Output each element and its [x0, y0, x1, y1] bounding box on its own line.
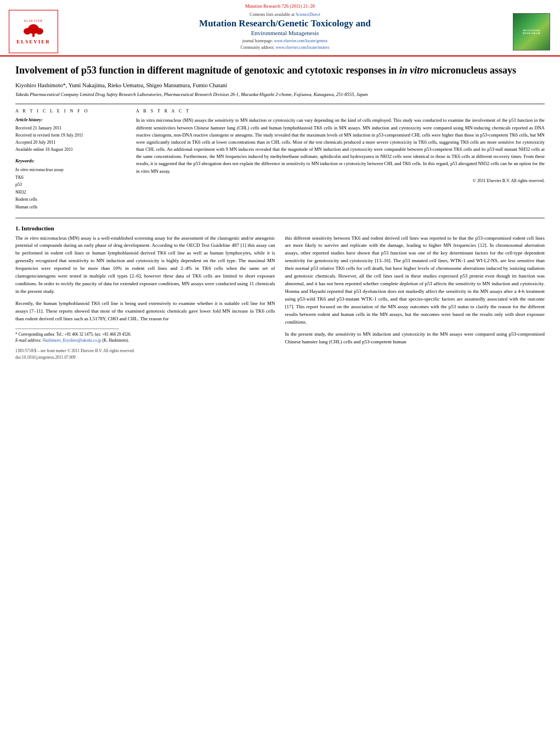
- journal-title-block: Contents lists available at ScienceDirec…: [64, 10, 506, 53]
- keyword-6: Human cells: [15, 203, 125, 211]
- abstract-column: A B S T R A C T In in vitro micronucleus…: [136, 109, 545, 211]
- abstract-heading: A B S T R A C T: [136, 109, 545, 114]
- journal-main-title: Mutation Research/Genetic Toxicology and: [64, 18, 506, 29]
- keywords-block: Keywords: In vitro micronucleus assay TK…: [15, 157, 125, 211]
- section1-number: 1.: [15, 225, 20, 231]
- main-content: Involvement of p53 function in different…: [0, 56, 560, 366]
- doi-line: doi:10.1016/j.mrgentox.2011.07.009: [15, 354, 275, 361]
- keyword-2: TK6: [15, 174, 125, 182]
- footnote-divider: [15, 329, 119, 329]
- contents-text: Contents lists available at: [250, 12, 295, 17]
- footnote-block: * Corresponding author. Tel.: +81 466 32…: [15, 331, 275, 344]
- section1-label: Introduction: [21, 225, 54, 231]
- journal-subtitle: Environmental Mutagenesis: [64, 30, 506, 36]
- contents-line: Contents lists available at ScienceDirec…: [64, 12, 506, 17]
- journal-header: ELSEVIER ELSEVIER Contents lists availab…: [0, 10, 560, 53]
- article-info-column: A R T I C L E I N F O Article history: R…: [15, 109, 125, 211]
- affiliation: Takeda Pharmaceutical Company Limited Dr…: [15, 92, 545, 98]
- intro-para1: The in vitro micronucleus (MN) assay is …: [15, 235, 275, 295]
- keywords-label: Keywords:: [15, 157, 125, 165]
- received-date: Received 21 January 2011: [15, 125, 125, 132]
- body-col-right-para1: this different sensitivity between TK6 a…: [285, 235, 545, 326]
- community-link[interactable]: www.elsevier.com/locate/mutres: [276, 45, 330, 50]
- email-link[interactable]: Hashimoto_Kiyohiro@takeda.co.jp: [43, 338, 101, 343]
- page: Mutation Research 726 (2011) 21–28 ELSEV…: [0, 0, 560, 741]
- journal-id-line: Mutation Research 726 (2011) 21–28: [0, 3, 560, 9]
- issn-line: 1383-5718/$ – see front matter © 2011 El…: [15, 348, 275, 354]
- badge-inner: MUTATION RESEARCH: [513, 13, 550, 50]
- elsevier-logo: ELSEVIER ELSEVIER: [9, 10, 58, 53]
- mutation-research-badge: MUTATION RESEARCH: [512, 10, 551, 53]
- journal-banner: Mutation Research 726 (2011) 21–28 ELSEV…: [0, 0, 560, 56]
- info-abstract-columns: A R T I C L E I N F O Article history: R…: [15, 109, 545, 211]
- copyright-line: © 2011 Elsevier B.V. All rights reserved…: [136, 178, 545, 183]
- divider-top: [15, 104, 545, 104]
- footnote-star: * Corresponding author. Tel.: +81 466 32…: [15, 331, 275, 337]
- svg-point-3: [36, 28, 43, 35]
- svg-point-2: [24, 28, 31, 35]
- keyword-4: NH32: [15, 189, 125, 196]
- abstract-body: In in vitro micronucleus (MN) assays the…: [136, 117, 545, 173]
- section1-title: 1. Introduction: [15, 225, 545, 231]
- journal-links: journal homepage: www.elsevier.com/locat…: [64, 38, 506, 51]
- revised-date: Received in revised form 19 July 2011: [15, 132, 125, 139]
- body-col-left: The in vitro micronucleus (MN) assay is …: [15, 235, 275, 361]
- footnote-email: E-mail address: Hashimoto_Kiyohiro@taked…: [15, 337, 275, 343]
- article-title: Involvement of p53 function in different…: [15, 64, 545, 77]
- homepage-link[interactable]: www.elsevier.com/locate/gentox: [274, 38, 328, 43]
- article-title-italic: in vitro: [399, 65, 429, 76]
- keyword-1: In vitro micronucleus assay: [15, 166, 125, 174]
- bottom-ids: 1383-5718/$ – see front matter © 2011 El…: [15, 348, 275, 361]
- email-suffix: (K. Hashimoto).: [102, 338, 129, 343]
- body-col-right: this different sensitivity between TK6 a…: [285, 235, 545, 361]
- email-label: E-mail address:: [15, 338, 42, 343]
- divider-middle: [15, 218, 545, 218]
- available-date: Available online 10 August 2011: [15, 146, 125, 154]
- body-col-left-para2: Recently, the human lymphoblastoid TK6 c…: [15, 300, 275, 323]
- accepted-date: Accepted 20 July 2011: [15, 139, 125, 146]
- keyword-5: Rodent cells: [15, 196, 125, 203]
- article-history-block: Article history: Received 21 January 201…: [15, 117, 125, 153]
- history-label: Article history:: [15, 117, 125, 124]
- badge-text2: RESEARCH: [523, 32, 540, 35]
- elsevier-tree-icon: [20, 22, 47, 38]
- community-label: Community address:: [241, 45, 275, 50]
- elsevier-name-label: ELSEVIER: [16, 39, 50, 44]
- sciencedirect-link[interactable]: ScienceDirect: [296, 12, 320, 17]
- body-col-left-para1: The in vitro micronucleus (MN) assay is …: [15, 235, 275, 296]
- detected-text: conducted using: [216, 281, 248, 286]
- homepage-label: journal homepage:: [242, 38, 273, 43]
- abstract-text: In in vitro micronucleus (MN) assays the…: [136, 117, 545, 174]
- body-col-right-para2: In the present study, the sensitivity to…: [285, 331, 545, 346]
- keyword-3: p53: [15, 181, 125, 189]
- article-title-end: micronucleus assays: [428, 65, 516, 76]
- body-two-col: The in vitro micronucleus (MN) assay is …: [15, 235, 545, 361]
- authors-line: Kiyohiro Hashimoto*, Yumi Nakajima, Riek…: [15, 82, 545, 90]
- article-title-start: Involvement of p53 function in different…: [15, 65, 399, 76]
- article-info-heading: A R T I C L E I N F O: [15, 109, 125, 114]
